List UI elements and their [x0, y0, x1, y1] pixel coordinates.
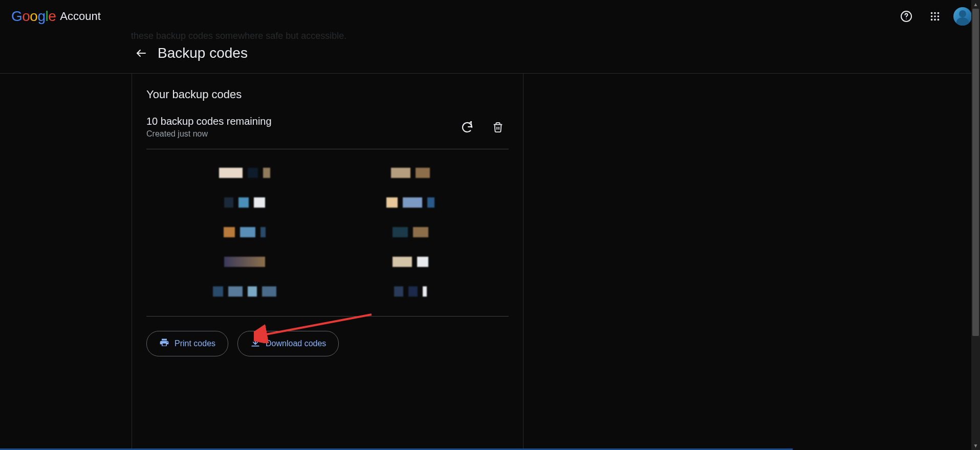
backup-code-redacted [343, 257, 478, 268]
account-avatar[interactable] [953, 7, 972, 26]
back-button[interactable] [131, 43, 151, 63]
svg-point-6 [934, 15, 936, 17]
brand: Google Account [8, 8, 101, 25]
status-row: 10 backup codes remaining Created just n… [146, 116, 509, 149]
google-logo: Google [11, 8, 56, 25]
backup-code-redacted [177, 168, 312, 179]
backup-code-redacted [177, 257, 312, 268]
scroll-up-button[interactable]: ▲ [971, 0, 980, 9]
backup-code-redacted [343, 227, 478, 238]
download-codes-button[interactable]: Download codes [237, 331, 339, 356]
top-bar: Google Account [0, 0, 980, 33]
top-bar-actions [896, 6, 972, 27]
svg-point-4 [938, 12, 940, 14]
download-icon [250, 338, 260, 350]
print-icon [159, 338, 169, 350]
svg-point-5 [931, 15, 933, 17]
print-label: Print codes [175, 339, 215, 348]
backup-code-redacted [343, 197, 478, 209]
created-time: Created just now [146, 129, 272, 139]
backup-code-redacted [343, 286, 478, 298]
print-codes-button[interactable]: Print codes [146, 331, 228, 356]
vertical-scrollbar[interactable]: ▲ ▼ [971, 0, 980, 450]
refresh-codes-button[interactable] [456, 117, 478, 138]
apps-icon[interactable] [925, 6, 945, 27]
svg-point-10 [938, 19, 940, 21]
svg-point-8 [931, 19, 933, 21]
codes-grid [146, 149, 509, 316]
backup-codes-panel: Your backup codes 10 backup codes remain… [132, 74, 524, 449]
intro-faded-text: these backup codes somewhere safe but ac… [131, 31, 346, 41]
svg-point-7 [938, 15, 940, 17]
section-title: Your backup codes [146, 88, 509, 101]
scroll-down-button[interactable]: ▼ [971, 441, 980, 450]
backup-code-redacted [177, 286, 312, 298]
codes-remaining: 10 backup codes remaining [146, 116, 272, 127]
download-label: Download codes [266, 339, 326, 348]
status-actions [456, 117, 509, 138]
svg-point-2 [931, 12, 933, 14]
backup-code-redacted [177, 227, 312, 238]
scroll-thumb[interactable] [972, 9, 979, 336]
svg-point-3 [934, 12, 936, 14]
delete-codes-button[interactable] [487, 117, 509, 138]
product-name: Account [60, 10, 101, 23]
sub-header: these backup codes somewhere safe but ac… [0, 33, 980, 74]
svg-point-1 [906, 18, 907, 19]
main-area: Your backup codes 10 backup codes remain… [0, 74, 980, 449]
svg-point-9 [934, 19, 936, 21]
help-icon[interactable] [896, 6, 917, 27]
page-title: Backup codes [158, 45, 248, 61]
backup-code-redacted [177, 197, 312, 209]
button-row: Print codes Download codes [146, 317, 509, 371]
backup-code-redacted [343, 168, 478, 179]
status-text-group: 10 backup codes remaining Created just n… [146, 116, 272, 139]
